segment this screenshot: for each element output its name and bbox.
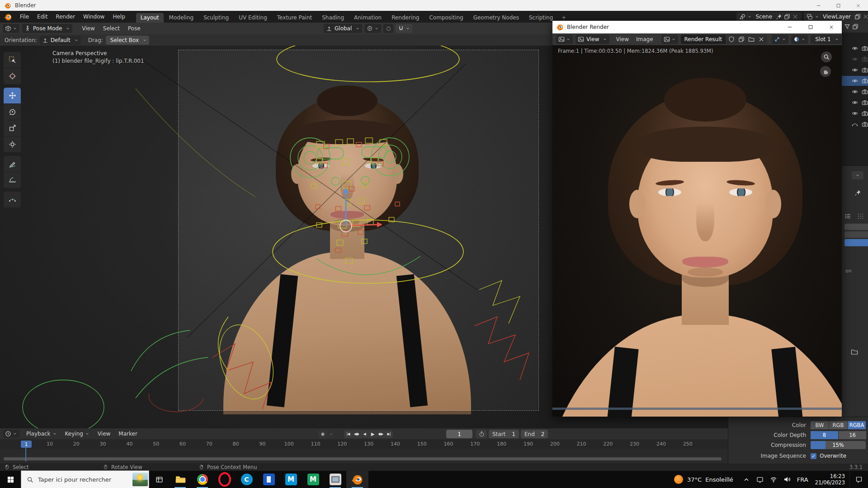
taskbar-app-opera[interactable] bbox=[213, 471, 236, 488]
jump-to-end-button[interactable]: ▶| bbox=[385, 430, 393, 438]
play-button[interactable]: ▶ bbox=[368, 430, 377, 438]
render-camera-icon[interactable] bbox=[862, 89, 868, 95]
outliner-row[interactable] bbox=[842, 98, 868, 108]
visibility-eye-icon[interactable] bbox=[852, 99, 858, 106]
viewport-menu-select[interactable]: Select bbox=[99, 23, 124, 34]
color-option-rgb[interactable]: RGB bbox=[829, 421, 847, 429]
outliner-row[interactable] bbox=[842, 54, 868, 64]
timeline-menu-view[interactable]: View bbox=[94, 428, 114, 440]
overwrite-checkbox[interactable] bbox=[811, 453, 816, 459]
visibility-eye-icon[interactable] bbox=[852, 45, 858, 52]
taskbar-app-capture-app[interactable] bbox=[324, 471, 346, 488]
open-folder-icon[interactable] bbox=[748, 36, 755, 42]
task-view-button[interactable] bbox=[149, 471, 169, 488]
taskbar-clock[interactable]: 16:23 21/06/2023 bbox=[815, 473, 845, 486]
tool-measure[interactable] bbox=[4, 172, 21, 188]
viewport-menu-pose[interactable]: Pose bbox=[124, 23, 145, 34]
compression-slider[interactable]: 15% bbox=[811, 441, 866, 449]
zoom-tool-button[interactable] bbox=[821, 52, 832, 62]
taskbar-app-office-app[interactable] bbox=[258, 471, 280, 488]
play-reverse-button[interactable]: ◀ bbox=[360, 430, 368, 438]
tool-select-box[interactable] bbox=[4, 52, 21, 68]
folder-icon[interactable] bbox=[851, 348, 858, 356]
viewport-3d[interactable]: Camera Perspective (1) blender file_Rigi… bbox=[0, 46, 552, 428]
editor-type-button[interactable] bbox=[3, 24, 19, 33]
playhead-line[interactable] bbox=[25, 448, 26, 461]
menu-file[interactable]: File bbox=[16, 11, 33, 23]
timeline-editor-type-button[interactable] bbox=[3, 430, 19, 438]
auto-keying-toggle[interactable] bbox=[318, 430, 327, 438]
snap-controls[interactable] bbox=[396, 24, 412, 33]
visibility-eye-icon[interactable] bbox=[852, 110, 858, 117]
tool-transform[interactable] bbox=[4, 136, 21, 152]
start-button[interactable] bbox=[0, 471, 21, 488]
timeline-track[interactable] bbox=[0, 449, 728, 463]
outliner-row[interactable] bbox=[842, 43, 868, 53]
image-editor-menu-view[interactable]: View bbox=[612, 33, 632, 45]
blender-menu-logo-icon[interactable] bbox=[5, 13, 12, 21]
timeline-ruler[interactable]: 1020304050607080901001101201301401501601… bbox=[0, 439, 728, 449]
mode-selector[interactable]: Pose Mode bbox=[22, 24, 72, 33]
jump-to-prev-keyframe-button[interactable]: ◀◆ bbox=[352, 430, 360, 438]
gizmo-dropdown[interactable] bbox=[772, 35, 788, 44]
keying-options-dropdown[interactable] bbox=[328, 430, 334, 438]
minimize-button[interactable] bbox=[779, 21, 800, 33]
menu-help[interactable]: Help bbox=[108, 11, 129, 23]
unlink-icon[interactable] bbox=[792, 14, 798, 20]
timeline-scrollbar[interactable] bbox=[4, 457, 722, 460]
grid-dots-icon[interactable] bbox=[857, 213, 864, 220]
jump-to-start-button[interactable]: |◀ bbox=[344, 430, 352, 438]
taskbar-app-maya-blue[interactable]: M bbox=[280, 471, 302, 488]
field-fragment[interactable] bbox=[844, 224, 868, 230]
orientation-dropdown[interactable]: Default bbox=[40, 36, 81, 45]
workspace-tab-modeling[interactable]: Modeling bbox=[165, 13, 198, 23]
pan-tool-button[interactable] bbox=[820, 66, 831, 77]
render-camera-icon[interactable] bbox=[862, 99, 868, 106]
list-icon[interactable] bbox=[844, 213, 851, 220]
taskbar-app-file-explorer[interactable] bbox=[169, 471, 191, 488]
pin-icon[interactable] bbox=[854, 189, 861, 196]
outliner-row[interactable] bbox=[842, 119, 868, 129]
visibility-eye-icon[interactable] bbox=[852, 67, 858, 73]
menu-edit[interactable]: Edit bbox=[33, 11, 52, 23]
proportional-editing-toggle[interactable] bbox=[383, 24, 393, 33]
field-fragment-active[interactable] bbox=[844, 239, 868, 246]
workspace-tab-animation[interactable]: Animation bbox=[349, 13, 386, 23]
slot-dropdown[interactable]: Slot 1 bbox=[811, 35, 841, 44]
end-frame-field[interactable]: End 2 bbox=[521, 430, 548, 438]
outliner-row[interactable] bbox=[842, 76, 868, 86]
scene-selector[interactable]: Scene bbox=[736, 12, 801, 21]
weather-temp[interactable]: 37°C bbox=[687, 476, 702, 483]
mode-dropdown[interactable]: View bbox=[576, 35, 609, 44]
timeline-menu-playback[interactable]: Playback bbox=[22, 428, 61, 440]
keyboard-language[interactable]: FRA bbox=[797, 476, 808, 483]
tool-pose-breakdowner[interactable] bbox=[4, 192, 21, 207]
workspace-tab-uv-editing[interactable]: UV Editing bbox=[234, 13, 272, 23]
taskbar-app-c-app[interactable]: C bbox=[236, 471, 258, 488]
weather-desc[interactable]: Ensoleillé bbox=[705, 476, 733, 483]
wifi-icon[interactable] bbox=[770, 476, 777, 483]
minimize-button[interactable] bbox=[808, 0, 828, 11]
image-editor-menu-image[interactable]: Image bbox=[632, 33, 657, 45]
pivot-selector[interactable] bbox=[364, 24, 381, 33]
viewlayer-name[interactable]: ViewLayer bbox=[820, 14, 854, 20]
close-button[interactable] bbox=[821, 21, 842, 33]
render-camera-icon[interactable] bbox=[862, 121, 868, 127]
tool-move[interactable] bbox=[4, 88, 21, 103]
taskbar-app-blender[interactable] bbox=[346, 471, 368, 488]
tool-cursor[interactable] bbox=[4, 68, 21, 84]
visibility-eye-icon[interactable] bbox=[852, 56, 858, 62]
fake-user-shield-icon[interactable] bbox=[728, 36, 735, 42]
render-camera-icon[interactable] bbox=[862, 110, 868, 117]
copy-icon[interactable] bbox=[854, 14, 861, 20]
maximize-button[interactable] bbox=[800, 21, 821, 33]
unlink-icon[interactable] bbox=[758, 36, 764, 42]
render-camera-icon[interactable] bbox=[862, 67, 868, 73]
tool-annotate[interactable] bbox=[4, 156, 21, 172]
image-name-field[interactable]: Render Result bbox=[681, 35, 726, 44]
image-scrollbar[interactable] bbox=[552, 408, 842, 410]
field-fragment[interactable] bbox=[844, 231, 868, 238]
panel-collapse-button[interactable] bbox=[852, 171, 863, 179]
copy-icon[interactable] bbox=[784, 14, 790, 20]
new-collection-icon[interactable] bbox=[852, 23, 859, 30]
